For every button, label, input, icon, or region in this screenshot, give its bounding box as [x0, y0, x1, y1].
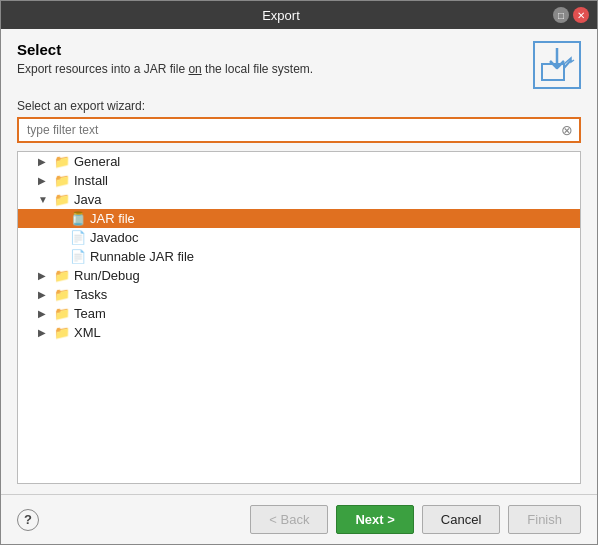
next-button[interactable]: Next > [336, 505, 413, 534]
filter-input-wrap: ⊗ [17, 117, 581, 143]
dialog-title: Export [9, 8, 553, 23]
window-controls: □ ✕ [553, 7, 589, 23]
tree-item-run-debug[interactable]: ▶ 📁 Run/Debug [18, 266, 580, 285]
expand-arrow-run-debug: ▶ [38, 270, 54, 281]
action-buttons: < Back Next > Cancel Finish [250, 505, 581, 534]
tree-item-runnable-jar[interactable]: 📄 Runnable JAR file [18, 247, 580, 266]
section-title: Select [17, 41, 523, 58]
filter-input[interactable] [23, 121, 559, 139]
tree-item-java[interactable]: ▼ 📁 Java [18, 190, 580, 209]
clear-filter-button[interactable]: ⊗ [559, 122, 575, 138]
runnable-jar-icon: 📄 [70, 249, 86, 264]
expand-arrow-team: ▶ [38, 308, 54, 319]
export-icon [533, 41, 581, 89]
section-description: Export resources into a JAR file on the … [17, 62, 523, 76]
svg-rect-0 [542, 64, 564, 80]
folder-icon-java: 📁 [54, 192, 70, 207]
javadoc-icon: 📄 [70, 230, 86, 245]
tree-item-install[interactable]: ▶ 📁 Install [18, 171, 580, 190]
tree-item-jar-file[interactable]: 🫙 JAR file [18, 209, 580, 228]
expand-arrow-install: ▶ [38, 175, 54, 186]
tree-label-general: General [74, 154, 120, 169]
tree-label-xml: XML [74, 325, 101, 340]
help-button[interactable]: ? [17, 509, 39, 531]
tree-label-javadoc: Javadoc [90, 230, 138, 245]
tree-item-team[interactable]: ▶ 📁 Team [18, 304, 580, 323]
export-dialog: Export □ ✕ Select Export resources into … [0, 0, 598, 545]
filter-label: Select an export wizard: [17, 99, 581, 113]
tree-label-runnable-jar: Runnable JAR file [90, 249, 194, 264]
minimize-button[interactable]: □ [553, 7, 569, 23]
back-button[interactable]: < Back [250, 505, 328, 534]
folder-icon-team: 📁 [54, 306, 70, 321]
tree-item-general[interactable]: ▶ 📁 General [18, 152, 580, 171]
tree-item-javadoc[interactable]: 📄 Javadoc [18, 228, 580, 247]
folder-icon-general: 📁 [54, 154, 70, 169]
tree-label-jar-file: JAR file [90, 211, 135, 226]
tree-label-install: Install [74, 173, 108, 188]
tree-item-xml[interactable]: ▶ 📁 XML [18, 323, 580, 342]
expand-arrow-java: ▼ [38, 194, 54, 205]
folder-icon-tasks: 📁 [54, 287, 70, 302]
folder-icon-install: 📁 [54, 173, 70, 188]
close-button[interactable]: ✕ [573, 7, 589, 23]
tree-label-team: Team [74, 306, 106, 321]
content-area: Select Export resources into a JAR file … [1, 29, 597, 494]
expand-arrow-jar [54, 213, 70, 224]
expand-arrow-javadoc [54, 232, 70, 243]
folder-icon-run-debug: 📁 [54, 268, 70, 283]
title-bar: Export □ ✕ [1, 1, 597, 29]
expand-arrow-xml: ▶ [38, 327, 54, 338]
tree-item-tasks[interactable]: ▶ 📁 Tasks [18, 285, 580, 304]
expand-arrow-runnable [54, 251, 70, 262]
cancel-button[interactable]: Cancel [422, 505, 500, 534]
expand-arrow-tasks: ▶ [38, 289, 54, 300]
tree-label-run-debug: Run/Debug [74, 268, 140, 283]
tree-label-tasks: Tasks [74, 287, 107, 302]
folder-icon-xml: 📁 [54, 325, 70, 340]
expand-arrow-general: ▶ [38, 156, 54, 167]
tree-container: ▶ 📁 General ▶ 📁 Install ▼ 📁 Java 🫙 JAR f… [17, 151, 581, 484]
bottom-bar: ? < Back Next > Cancel Finish [1, 494, 597, 544]
jar-icon: 🫙 [70, 211, 86, 226]
finish-button[interactable]: Finish [508, 505, 581, 534]
tree-label-java: Java [74, 192, 101, 207]
